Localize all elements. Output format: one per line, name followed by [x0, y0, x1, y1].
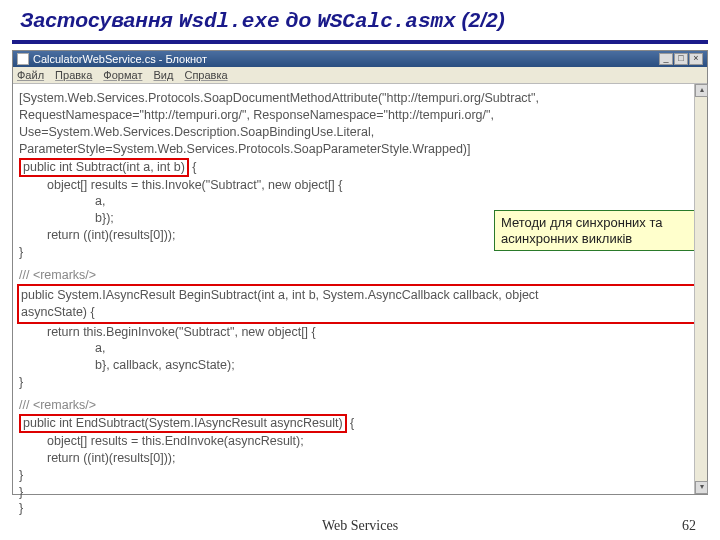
code-line: b}, callback, asyncState); [19, 357, 701, 374]
footer-label: Web Services [322, 518, 398, 534]
vertical-scrollbar[interactable]: ▴ ▾ [694, 84, 707, 494]
code-line: a, [19, 340, 701, 357]
scroll-down-icon[interactable]: ▾ [695, 481, 708, 494]
window-titlebar: CalculatorWebService.cs - Блокнот _ □ × [13, 51, 707, 67]
window-buttons: _ □ × [659, 53, 703, 65]
scroll-up-icon[interactable]: ▴ [695, 84, 708, 97]
highlight-sync-method: public int Subtract(int a, int b) [19, 158, 189, 177]
code-line: } [19, 484, 701, 501]
code-line: RequestNamespace="http://tempuri.org/", … [19, 107, 701, 124]
minimize-button[interactable]: _ [659, 53, 673, 65]
page-number: 62 [682, 518, 696, 534]
close-button[interactable]: × [689, 53, 703, 65]
highlight-end-method: public int EndSubtract(System.IAsyncResu… [19, 414, 347, 433]
scroll-track[interactable] [695, 97, 707, 481]
code-line: } [19, 500, 701, 517]
menu-file[interactable]: Файл [17, 69, 44, 81]
code-line: asyncState) { [21, 304, 693, 321]
code-line: return ((int)(results[0])); [19, 450, 701, 467]
slide-title: Застосування Wsdl.exe до WSCalc.asmx (2/… [0, 0, 720, 39]
code-line: object[] results = this.Invoke("Subtract… [19, 177, 701, 194]
code-line: Use=System.Web.Services.Description.Soap… [19, 124, 701, 141]
callout-box: Методи для синхронних та асинхронних вик… [494, 210, 699, 251]
menu-help[interactable]: Справка [184, 69, 227, 81]
notepad-window: CalculatorWebService.cs - Блокнот _ □ × … [12, 50, 708, 495]
code-line: } [19, 374, 701, 391]
code-line: a, [19, 193, 701, 210]
editor-area[interactable]: [System.Web.Services.Protocols.SoapDocum… [13, 84, 707, 494]
code-line: /// <remarks/> [19, 267, 701, 284]
code-line: ParameterStyle=System.Web.Services.Proto… [19, 141, 701, 158]
menu-view[interactable]: Вид [153, 69, 173, 81]
code-line: public int Subtract(int a, int b) { [19, 158, 701, 177]
code-line: [System.Web.Services.Protocols.SoapDocum… [19, 90, 701, 107]
menu-edit[interactable]: Правка [55, 69, 92, 81]
code-line: /// <remarks/> [19, 397, 701, 414]
code-line: } [19, 467, 701, 484]
highlight-begin-method: public System.IAsyncResult BeginSubtract… [17, 284, 697, 324]
menu-bar: Файл Правка Формат Вид Справка [13, 67, 707, 84]
code-line: public System.IAsyncResult BeginSubtract… [21, 287, 693, 304]
title-divider [12, 40, 708, 44]
code-line: object[] results = this.EndInvoke(asyncR… [19, 433, 701, 450]
code-line: return this.BeginInvoke("Subtract", new … [19, 324, 701, 341]
app-icon [17, 53, 29, 65]
code-line: public int EndSubtract(System.IAsyncResu… [19, 414, 701, 433]
maximize-button[interactable]: □ [674, 53, 688, 65]
window-caption: CalculatorWebService.cs - Блокнот [33, 53, 207, 65]
menu-format[interactable]: Формат [103, 69, 142, 81]
